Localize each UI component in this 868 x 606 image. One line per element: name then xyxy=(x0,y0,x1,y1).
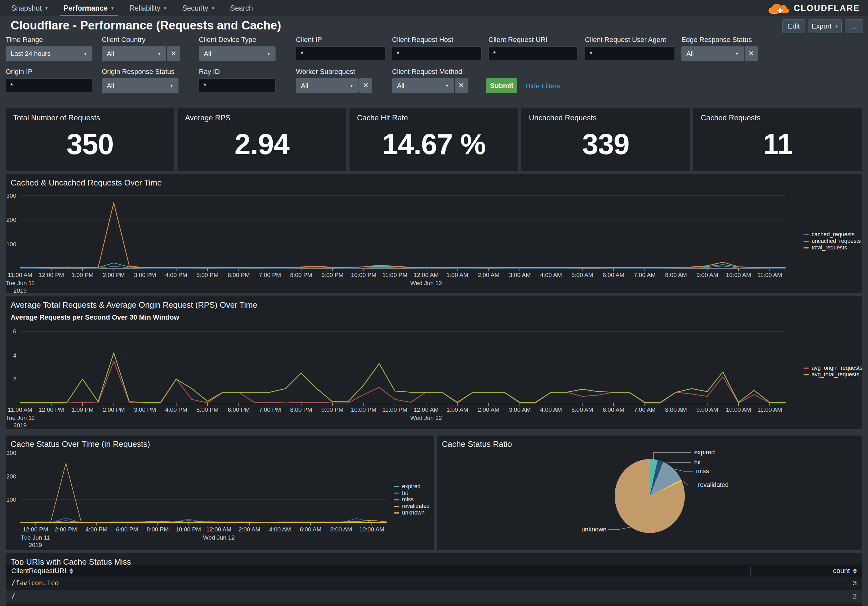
legend-item-unknown[interactable]: unknown xyxy=(394,510,429,516)
nav-item-security[interactable]: Security▼ xyxy=(175,0,223,16)
legend-item-expired[interactable]: expired xyxy=(394,483,429,490)
export-button[interactable]: Export▼ xyxy=(809,19,842,33)
svg-text:2019: 2019 xyxy=(14,287,26,293)
more-actions-button[interactable]: ... xyxy=(845,19,863,33)
svg-text:11:00 AM: 11:00 AM xyxy=(758,406,782,413)
clear-filter-button[interactable]: ✕ xyxy=(167,47,180,61)
svg-text:6:00 PM: 6:00 PM xyxy=(228,406,250,413)
nav-item-reliability[interactable]: Reliability▼ xyxy=(122,0,175,16)
chevron-down-icon: ▼ xyxy=(157,51,161,56)
ray-id-input[interactable] xyxy=(199,78,276,93)
client-ip-input[interactable] xyxy=(296,47,385,61)
average-rps-chart-canvas[interactable]: 24611:00 AMTue Jun 11201912:00 PM1:00 PM… xyxy=(6,297,862,429)
nav-item-performance[interactable]: Performance▼ xyxy=(56,0,122,16)
edge-response-status-select[interactable]: All▼ xyxy=(681,47,744,61)
svg-text:7:00 AM: 7:00 AM xyxy=(634,406,656,413)
svg-text:2:00 PM: 2:00 PM xyxy=(103,406,125,413)
legend-item-avg_total_requests[interactable]: avg_total_requests xyxy=(803,371,862,378)
svg-text:4:00 PM: 4:00 PM xyxy=(165,406,187,413)
clear-filter-button[interactable]: ✕ xyxy=(359,78,372,93)
legend-item-hit[interactable]: hit xyxy=(394,490,429,496)
cloudflare-cloud-icon xyxy=(767,0,791,16)
close-icon: ✕ xyxy=(363,81,369,90)
legend-swatch xyxy=(394,499,399,500)
nav-item-search[interactable]: Search xyxy=(223,0,260,16)
filter-client-device-type: Client Device Type All▼ xyxy=(199,36,276,61)
chart-legend: avg_origin_requestsavg_total_requests xyxy=(803,365,862,378)
svg-text:12:00 AM: 12:00 AM xyxy=(414,272,439,278)
client-request-uri-input[interactable] xyxy=(488,47,578,61)
pie-label-revalidated: revalidated xyxy=(698,481,728,488)
legend-label: avg_total_requests xyxy=(812,371,859,378)
table-row[interactable]: /favicon.ico 3 xyxy=(6,576,862,590)
clear-filter-button[interactable]: ✕ xyxy=(745,47,758,61)
time-range-select[interactable]: Last 24 hours▼ xyxy=(6,47,92,61)
chevron-down-icon: ▼ xyxy=(45,6,48,11)
table-row[interactable]: / 2 xyxy=(6,590,862,603)
cache-status-chart-canvas[interactable]: 10020030012:00 PMTue Jun 1120192:00 PM4:… xyxy=(6,435,434,550)
legend-label: miss xyxy=(402,496,414,503)
legend-label: cached_requests xyxy=(812,231,854,238)
chevron-down-icon: ▼ xyxy=(267,51,271,56)
nav-item-snapshot[interactable]: Snapshot▼ xyxy=(4,0,56,16)
svg-text:10:00 AM: 10:00 AM xyxy=(726,406,751,413)
origin-response-status-select[interactable]: All▼ xyxy=(102,78,178,93)
cached-uncached-chart-canvas[interactable]: 10020030011:00 AMTue Jun 11201912:00 PM1… xyxy=(6,174,862,293)
pie-label-hit: hit xyxy=(694,459,701,466)
legend-label: unknown xyxy=(402,510,425,516)
svg-text:11:00 AM: 11:00 AM xyxy=(8,272,33,278)
filter-client-request-user-agent: Client Request User Agent xyxy=(585,36,675,61)
svg-text:12:00 PM: 12:00 PM xyxy=(39,406,64,413)
client-request-host-input[interactable] xyxy=(392,47,482,61)
page-title: Cloudflare - Performance (Requests and C… xyxy=(11,19,281,32)
origin-ip-input[interactable] xyxy=(6,78,92,93)
legend-item-avg_origin_requests[interactable]: avg_origin_requests xyxy=(803,365,862,371)
svg-text:300: 300 xyxy=(6,450,16,456)
svg-text:1:00 PM: 1:00 PM xyxy=(71,272,94,278)
worker-subrequest-select[interactable]: All▼ xyxy=(296,78,358,93)
client-device-type-select[interactable]: All▼ xyxy=(199,47,276,61)
legend-item-cached_requests[interactable]: cached_requests xyxy=(803,231,861,238)
svg-text:3:00 PM: 3:00 PM xyxy=(134,272,156,278)
legend-item-total_requests[interactable]: total_requests xyxy=(803,244,861,251)
submit-button[interactable]: Submit xyxy=(486,78,517,93)
svg-text:11:00 AM: 11:00 AM xyxy=(758,272,782,278)
sort-icon[interactable] xyxy=(853,569,857,574)
svg-text:1:00 AM: 1:00 AM xyxy=(446,272,468,278)
legend-item-uncached_requests[interactable]: uncached_requests xyxy=(803,238,861,244)
svg-text:10:00 PM: 10:00 PM xyxy=(351,406,377,413)
column-header-count[interactable]: count xyxy=(833,567,850,575)
close-icon: ✕ xyxy=(170,50,176,57)
client-request-method-select[interactable]: All▼ xyxy=(392,78,454,93)
clear-filter-button[interactable]: ✕ xyxy=(455,78,468,93)
svg-text:200: 200 xyxy=(6,473,16,480)
filter-time-range: Time Range Last 24 hours▼ xyxy=(6,36,92,61)
client-request-user-agent-input[interactable] xyxy=(585,47,675,61)
svg-text:6:00 PM: 6:00 PM xyxy=(116,526,138,533)
filter-client-request-uri: Client Request URI xyxy=(488,36,578,61)
table-top-uris-cache-miss: Top URIs with Cache Status Miss ClientRe… xyxy=(6,553,862,606)
legend-label: revalidated xyxy=(402,503,429,510)
chart-cache-status-ratio: Cache Status Ratio expired hit miss reva… xyxy=(437,435,862,550)
close-icon: ✕ xyxy=(749,50,754,57)
legend-swatch xyxy=(394,506,399,507)
kpi-total-requests: Total Number of Requests 350 xyxy=(6,109,174,171)
svg-text:1:00 AM: 1:00 AM xyxy=(446,406,468,413)
svg-text:3:00 PM: 3:00 PM xyxy=(134,406,156,413)
svg-text:Tue Jun 11: Tue Jun 11 xyxy=(6,280,34,286)
legend-item-miss[interactable]: miss xyxy=(394,496,429,503)
hide-filters-link[interactable]: Hide Filters xyxy=(525,82,560,90)
chevron-down-icon: ▼ xyxy=(349,83,353,88)
chevron-down-icon: ▼ xyxy=(110,6,115,11)
sort-icon[interactable] xyxy=(70,569,73,574)
legend-swatch xyxy=(394,493,399,494)
edit-button[interactable]: Edit xyxy=(782,19,805,33)
client-country-select[interactable]: All▼ xyxy=(102,47,166,61)
svg-text:5:00 AM: 5:00 AM xyxy=(572,272,594,278)
table-header: ClientRequestURI count xyxy=(6,565,862,576)
svg-text:4:00 AM: 4:00 AM xyxy=(269,526,291,533)
svg-text:2:00 AM: 2:00 AM xyxy=(477,272,499,278)
column-header-uri[interactable]: ClientRequestURI xyxy=(11,567,67,575)
legend-item-revalidated[interactable]: revalidated xyxy=(394,503,429,510)
svg-text:Tue Jun 11: Tue Jun 11 xyxy=(21,534,50,541)
